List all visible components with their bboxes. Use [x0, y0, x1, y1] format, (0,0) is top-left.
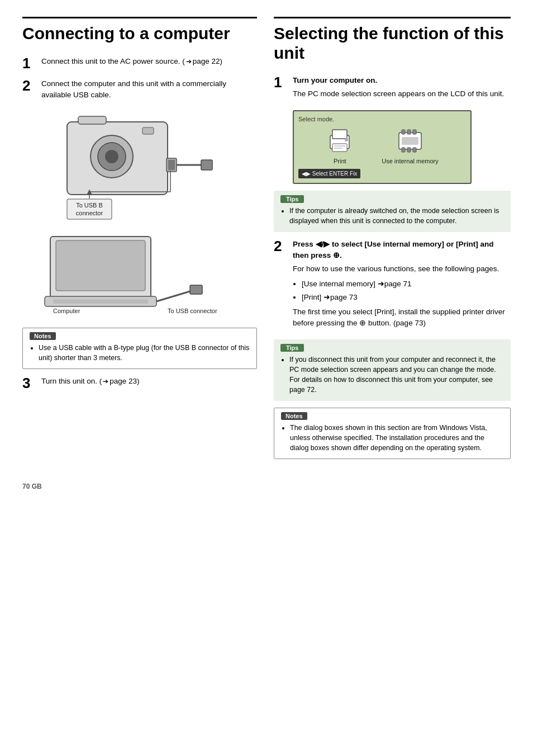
notes-box-left: Notes Use a USB cable with a B-type plug…: [22, 328, 257, 369]
lcd-print-label: Print: [334, 158, 346, 164]
svg-rect-33: [413, 130, 416, 134]
right-step-2-main: Press ◀/▶ to select [Use internal memory…: [293, 240, 494, 259]
right-step-1-content: Turn your computer on. The PC mode selec…: [293, 75, 511, 102]
step-1-text: Connect this unit to the AC power source…: [41, 57, 185, 65]
svg-rect-25: [332, 130, 347, 139]
tips-list-2: If you disconnect this unit from your co…: [280, 355, 504, 395]
right-step-1-sub: The PC mode selection screen appears on …: [293, 88, 511, 100]
tips-label-1: Tips: [280, 195, 304, 203]
laptop-diagram: Computer To USB connector: [34, 228, 246, 318]
right-step-1-main: Turn your computer on.: [293, 76, 377, 84]
tips-label-2: Tips: [280, 344, 304, 352]
svg-rect-34: [402, 148, 405, 152]
svg-rect-32: [407, 130, 411, 134]
svg-rect-5: [142, 127, 154, 134]
tips-box-2: Tips If you disconnect this unit from yo…: [274, 339, 511, 401]
right-step-1: 1 Turn your computer on. The PC mode sel…: [274, 75, 511, 102]
lcd-memory-icon-item: Use internal memory: [382, 127, 438, 164]
step-3-content: Turn this unit on. (➔page 23): [41, 376, 257, 387]
svg-rect-4: [78, 116, 106, 124]
print-icon: [326, 127, 354, 155]
step-1-ref: page 22: [193, 57, 220, 65]
svg-rect-9: [201, 160, 212, 170]
tips-box-1: Tips If the computer is already switched…: [274, 191, 511, 232]
arrow-icon-3: ➔: [103, 376, 108, 386]
step-3-text: Turn this unit on. (: [41, 377, 102, 385]
svg-rect-35: [407, 148, 411, 152]
memory-icon: [396, 127, 424, 155]
svg-text:To USB B: To USB B: [76, 202, 103, 209]
right-step-2-sub1: For how to use the various functions, se…: [293, 263, 511, 275]
lcd-memory-label: Use internal memory: [382, 158, 438, 164]
bullet-0: [Use internal memory] ➜page 71: [302, 278, 511, 290]
right-step-2-content: Press ◀/▶ to select [Use internal memory…: [293, 239, 511, 332]
left-section-title: Connecting to a computer: [22, 17, 257, 44]
step-num-1: 1: [22, 56, 36, 70]
svg-rect-28: [334, 148, 342, 149]
svg-rect-37: [402, 137, 418, 145]
notes-item-right-0: The dialog boxes shown in this section a…: [290, 423, 503, 453]
left-step-3: 3 Turn this unit on. (➔page 23): [22, 376, 257, 390]
svg-rect-27: [334, 145, 345, 147]
svg-text:Computer: Computer: [53, 308, 80, 314]
notes-list-right: The dialog boxes shown in this section a…: [281, 423, 503, 453]
lcd-screen: Select mode. Print: [293, 110, 472, 184]
notes-item-1: Use a USB cable with a B-type plug (for …: [39, 343, 250, 363]
right-section-title: Selecting the function of this unit: [274, 17, 511, 63]
svg-rect-17: [56, 240, 145, 291]
notes-label-right: Notes: [281, 412, 307, 420]
svg-text:To USB connector: To USB connector: [168, 308, 217, 314]
svg-rect-21: [190, 285, 202, 294]
page-gb: GB: [32, 483, 42, 490]
page-footer: 70 GB: [22, 483, 511, 490]
arrow-icon-1: ➔: [186, 56, 192, 67]
right-step-2: 2 Press ◀/▶ to select [Use internal memo…: [274, 239, 511, 332]
lcd-icons: Print Use internal memory: [298, 127, 466, 164]
step-1-content: Connect this unit to the AC power source…: [41, 56, 257, 67]
diagram-area: To USB B connector: [22, 111, 257, 318]
svg-rect-19: [53, 299, 148, 304]
tips-list-1: If the computer is already switched on, …: [280, 206, 504, 226]
page-number: 70: [22, 483, 30, 490]
notes-label-left: Notes: [30, 332, 56, 340]
svg-point-29: [345, 138, 348, 141]
left-step-2: 2 Connect the computer and this unit wit…: [22, 78, 257, 101]
right-step-2-sub2: The first time you select [Print], insta…: [293, 306, 511, 329]
right-column: Selecting the function of this unit 1 Tu…: [274, 17, 511, 466]
notes-box-right: Notes The dialog boxes shown in this sec…: [274, 408, 511, 459]
step-num-3: 3: [22, 376, 36, 390]
right-step-num-1: 1: [274, 75, 287, 89]
step-num-2: 2: [22, 78, 36, 93]
tips-item-1-0: If the computer is already switched on, …: [289, 206, 504, 226]
bullet-1: [Print] ➜page 73: [302, 292, 511, 303]
svg-rect-36: [413, 148, 416, 152]
notes-list-left: Use a USB cable with a B-type plug (for …: [30, 343, 250, 363]
left-step-1: 1 Connect this unit to the AC power sour…: [22, 56, 257, 70]
left-column: Connecting to a computer 1 Connect this …: [22, 17, 257, 466]
step-2-text: Connect the computer and this unit with …: [41, 79, 226, 99]
svg-point-3: [105, 150, 118, 163]
lcd-print-icon-item: Print: [326, 127, 354, 164]
step-3-ref: page 23: [110, 377, 137, 385]
svg-rect-7: [168, 160, 175, 170]
step-2-content: Connect the computer and this unit with …: [41, 78, 257, 101]
camera-diagram: To USB B connector: [34, 111, 246, 223]
svg-text:connector: connector: [76, 210, 103, 216]
right-step-num-2: 2: [274, 239, 287, 253]
lcd-title: Select mode.: [298, 116, 466, 122]
lcd-footer: ◀▶ Select ENTER Fix: [298, 169, 360, 178]
tips-item-2-0: If you disconnect this unit from your co…: [289, 355, 504, 395]
right-step-2-bullets: [Use internal memory] ➜page 71 [Print] ➜…: [293, 278, 511, 304]
svg-rect-31: [402, 130, 405, 134]
